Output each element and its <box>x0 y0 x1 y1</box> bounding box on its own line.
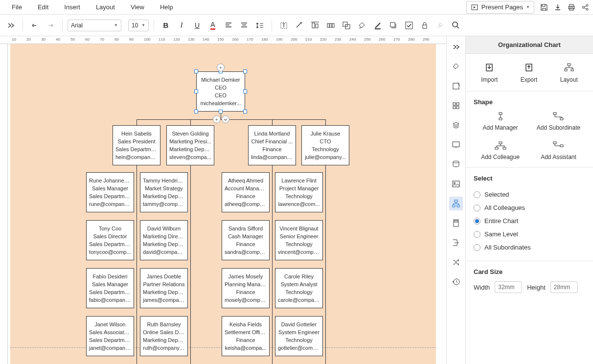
add-above-handle[interactable]: + <box>217 64 225 71</box>
layout-button[interactable]: Layout <box>560 62 578 83</box>
org-node[interactable]: James MoselyPlanning ManagerFinancemosel… <box>222 268 270 308</box>
add-subordinate-button[interactable]: Add Subordinate <box>532 112 585 131</box>
align-h-button[interactable] <box>222 19 235 32</box>
org-node[interactable]: Ruth BarnsleyOnline Sales Dir...Marketin… <box>140 316 188 356</box>
org-node[interactable]: Carole RileySystem AnalystTechnologycaro… <box>275 268 323 308</box>
org-node[interactable]: James DoeblePartner RelationsMarketing D… <box>140 268 188 308</box>
add-colleague-button[interactable]: Add Colleague <box>474 141 527 160</box>
svg-rect-34 <box>455 221 457 222</box>
select-radio-all-subordinates[interactable]: All Subordinates <box>474 241 585 254</box>
data-icon[interactable] <box>449 158 463 171</box>
svg-rect-36 <box>568 64 570 66</box>
org-node-ceo[interactable]: Michael Demker CEO CEO michealdemker... <box>196 71 245 112</box>
line-spacing-button[interactable] <box>253 19 267 32</box>
page-icon[interactable] <box>449 216 463 230</box>
layers-icon[interactable] <box>449 118 463 132</box>
org-node[interactable]: Steven GoldingMarketing Presi...Marketin… <box>166 125 214 165</box>
fill-button[interactable] <box>355 19 369 32</box>
svg-point-5 <box>586 4 588 6</box>
history-icon[interactable] <box>449 275 463 289</box>
add-below-handle[interactable]: + <box>213 115 221 123</box>
check-button[interactable] <box>402 19 416 32</box>
save-icon[interactable] <box>540 3 548 11</box>
menu-view[interactable]: View <box>123 0 152 14</box>
org-node[interactable]: Linda MortlandChief Financial ...Finance… <box>248 125 296 165</box>
print-icon[interactable] <box>568 3 575 11</box>
org-node[interactable]: Rune Johannes...Sales ManagerSales Depar… <box>86 172 134 212</box>
org-node[interactable]: Atheeq AhmedAccount ManagerFinanceatheeq… <box>222 172 270 212</box>
org-node[interactable]: Vincent BlignautSenior EngineerTechnolog… <box>275 220 323 260</box>
image-icon[interactable] <box>449 177 463 191</box>
download-icon[interactable] <box>554 3 562 11</box>
present-pages-button[interactable]: Present Pages ▼ <box>466 1 534 14</box>
org-node[interactable]: Tony CooSales DirectorSales Departmentto… <box>86 220 134 260</box>
org-node[interactable]: David GottelierSystem EngineerTechnology… <box>275 316 323 356</box>
redo-button[interactable] <box>44 19 57 32</box>
shape-tool-icon[interactable] <box>449 79 463 93</box>
expand-handle[interactable] <box>222 115 229 123</box>
expand-icon[interactable] <box>4 19 18 32</box>
org-node[interactable]: Hein SabelisSales PresidentSales Departm… <box>113 125 160 165</box>
menu-insert[interactable]: Insert <box>56 0 88 14</box>
org-node[interactable]: Janet WilsonSales Associate ...Sales Dep… <box>86 316 134 356</box>
org-chart-icon[interactable] <box>449 197 463 210</box>
shuffle-icon[interactable] <box>449 255 463 269</box>
distribute-button[interactable] <box>324 19 338 32</box>
page[interactable]: Michael Demker CEO CEO michealdemker... … <box>10 44 436 364</box>
collapse-panel-icon[interactable] <box>449 40 463 54</box>
org-node[interactable]: Tammy Hendrick...Market StrategyMarketin… <box>140 172 188 212</box>
tools-button[interactable] <box>433 19 447 32</box>
exit-icon[interactable] <box>449 236 463 250</box>
org-node[interactable]: David WilburnMarketing DirectorMarketing… <box>140 220 188 260</box>
share-icon[interactable] <box>581 3 589 11</box>
presentation-icon[interactable] <box>449 138 463 152</box>
menu-edit[interactable]: Edit <box>30 0 56 14</box>
org-node[interactable]: Julie KrauseCTOTechnologyjulie@company..… <box>301 125 349 165</box>
font-combo[interactable]: Arial▼ <box>68 20 121 31</box>
svg-rect-10 <box>316 24 318 28</box>
add-assistant-button[interactable]: Add Assistant <box>532 141 585 160</box>
menu-layout[interactable]: Layout <box>88 0 123 14</box>
underline-button[interactable]: U <box>190 19 204 32</box>
width-input[interactable]: 32mm <box>495 281 522 293</box>
lock-button[interactable] <box>418 19 432 32</box>
select-radio-all-colleagues[interactable]: All Colleagues <box>474 201 585 214</box>
svg-rect-22 <box>453 103 456 105</box>
export-button[interactable]: Export <box>521 62 538 83</box>
undo-button[interactable] <box>28 19 42 32</box>
org-node[interactable]: Keisha FieldsSettlement OfficerFinanceke… <box>222 316 270 356</box>
bold-button[interactable]: B <box>159 19 173 32</box>
font-size-combo[interactable]: 10▼ <box>128 20 149 31</box>
align-button[interactable] <box>308 19 322 32</box>
fill-tool-icon[interactable] <box>449 60 463 73</box>
line-color-button[interactable] <box>371 19 385 32</box>
grid-icon[interactable] <box>449 99 463 113</box>
text-tool-button[interactable]: T <box>277 19 291 32</box>
select-radio-entire-chart[interactable]: Entire Chart <box>474 214 585 228</box>
shadow-button[interactable] <box>387 19 400 32</box>
ruler-horizontal: 1020304050607080901001101201301401501601… <box>0 36 446 44</box>
align-v-button[interactable] <box>237 19 251 32</box>
menu-help[interactable]: Help <box>152 0 181 14</box>
height-label: Height <box>527 284 546 291</box>
import-button[interactable]: Import <box>481 62 498 83</box>
group-button[interactable] <box>340 19 353 32</box>
add-manager-button[interactable]: Add Manager <box>474 112 527 131</box>
italic-button[interactable]: I <box>175 19 188 32</box>
connector-button[interactable] <box>293 19 306 32</box>
search-button[interactable] <box>449 19 463 32</box>
org-node[interactable]: Lawrence FlintProject ManagerTechnologyl… <box>275 172 323 212</box>
org-node[interactable]: Sandra SiffordCash ManagerFinancesandra@… <box>222 220 270 260</box>
svg-rect-30 <box>455 200 457 202</box>
font-color-button[interactable]: A <box>206 19 220 32</box>
svg-rect-41 <box>553 113 556 114</box>
svg-rect-17 <box>390 23 395 27</box>
canvas[interactable]: 1020304050607080901001101201301401501601… <box>0 36 446 364</box>
menu-file[interactable]: File <box>4 0 30 14</box>
side-toolbar <box>446 36 466 364</box>
height-input[interactable]: 28mm <box>550 281 578 293</box>
org-node[interactable]: Fabio DesideriSales ManagerSales Departm… <box>86 268 134 308</box>
select-radio-same-level[interactable]: Same Level <box>474 228 585 241</box>
svg-rect-18 <box>406 22 412 29</box>
select-radio-selected[interactable]: Selected <box>474 188 585 201</box>
